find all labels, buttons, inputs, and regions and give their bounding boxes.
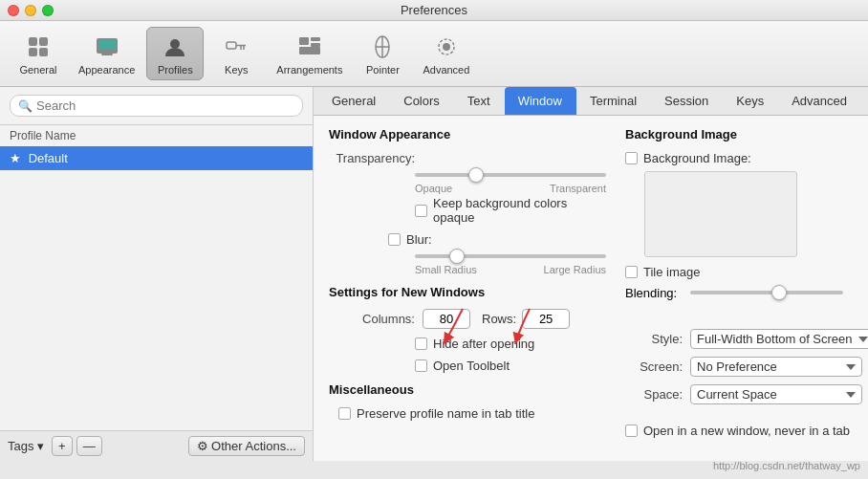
advanced-label: Advanced [423,64,469,76]
blur-checkbox[interactable] [388,233,401,246]
toolbar-item-general[interactable]: General [10,28,67,79]
main-layout: 🔍 Profile Name ★ Default Tags ▾ + — ⚙ Ot… [0,87,868,461]
preserve-profile-checkbox[interactable] [338,407,351,420]
screen-label: Screen: [625,359,683,374]
window-title: Preferences [401,3,467,17]
tab-keys[interactable]: Keys [723,87,778,115]
other-actions-button[interactable]: ⚙ Other Actions... [188,436,306,456]
advanced-icon [431,32,462,62]
svg-rect-15 [299,47,320,54]
screen-row: Screen: No Preference [625,357,868,377]
bg-image-checkbox[interactable] [625,152,638,164]
toolbar-item-pointer[interactable]: Pointer [354,28,411,79]
toolbar-item-profiles[interactable]: Profiles [146,27,204,80]
traffic-lights [8,5,54,16]
transparency-slider-track [415,173,606,177]
svg-rect-13 [311,37,320,41]
minimize-button[interactable] [25,5,36,16]
toolbar-item-keys[interactable]: Keys [207,28,265,79]
maximize-button[interactable] [42,5,54,16]
miscellaneous-title: Miscellaneous [329,382,606,397]
tab-general[interactable]: General [318,87,390,115]
tab-text[interactable]: Text [454,87,505,115]
tab-advanced[interactable]: Advanced [778,87,861,115]
tab-terminal[interactable]: Terminal [576,87,651,115]
space-row: Space: Current Space [625,384,868,404]
tab-colors[interactable]: Colors [390,87,454,115]
hide-after-opening-checkbox[interactable] [415,337,427,350]
profiles-label: Profiles [158,64,193,76]
settings-new-windows-title: Settings for New Windows [329,285,606,299]
svg-rect-6 [101,54,113,55]
appearance-label: Appearance [78,64,135,76]
tile-image-row: Tile image [625,265,868,279]
svg-rect-12 [299,37,309,45]
keep-bg-opaque-checkbox[interactable] [415,205,427,217]
search-input[interactable] [36,98,294,113]
right-column: Background Image Background Image: Tile … [625,127,868,449]
svg-point-19 [443,43,450,51]
open-toolbelt-checkbox[interactable] [415,359,427,372]
transparency-label: Transparency: [329,151,415,165]
toolbar-item-advanced[interactable]: Advanced [415,28,477,79]
close-button[interactable] [8,5,19,16]
background-image-title: Background Image [625,127,868,142]
arrangements-label: Arrangements [276,64,342,76]
svg-rect-1 [39,37,48,46]
add-profile-button[interactable]: + [52,436,73,456]
general-label: General [19,64,56,76]
pointer-label: Pointer [366,64,400,76]
profile-item-default[interactable]: ★ Default [0,146,313,170]
tab-session[interactable]: Session [651,87,723,115]
blending-row: Blending: [625,285,868,300]
opaque-label: Opaque [415,183,452,194]
sidebar: 🔍 Profile Name ★ Default Tags ▾ + — ⚙ Ot… [0,87,314,461]
profile-list: ★ Default [0,146,313,430]
sidebar-bottom: Tags ▾ + — ⚙ Other Actions... [0,430,313,461]
remove-profile-button[interactable]: — [76,436,102,456]
profiles-icon [160,32,190,62]
toolbar-item-arrangements[interactable]: Arrangements [269,28,350,79]
search-input-wrapper[interactable]: 🔍 [10,95,303,117]
tags-label[interactable]: Tags ▾ [8,439,44,453]
open-new-window-checkbox[interactable] [625,425,638,437]
space-select[interactable]: Current Space [690,384,862,404]
tab-bar: General Colors Text Window Terminal Sess… [314,87,868,116]
profile-list-header: Profile Name [0,125,313,146]
svg-rect-3 [39,48,48,56]
blur-thumb[interactable] [449,249,465,264]
svg-rect-5 [98,40,116,50]
rows-label: Rows: [482,312,516,326]
tile-image-checkbox[interactable] [625,266,638,278]
blending-slider[interactable] [690,285,843,300]
tab-window[interactable]: Window [505,87,576,115]
open-new-window-row: Open in a new window, never in a tab [625,424,868,438]
search-bar: 🔍 [0,87,313,125]
screen-select[interactable]: No Preference [690,357,862,377]
watermark: http://blog.csdn.net/thatway_wp [713,460,860,471]
content-panel: Window Appearance Transparency: Opaque T… [314,116,868,461]
columns-rows-row: Columns: Rows: [329,309,606,329]
transparency-slider-container[interactable]: Opaque Transparent [415,173,606,194]
blending-thumb[interactable] [771,285,787,300]
blur-label: Blur: [406,232,432,247]
blur-slider-container[interactable]: Small Radius Large Radius [415,254,606,275]
content-area: General Colors Text Window Terminal Sess… [314,87,868,461]
star-icon: ★ [10,151,21,165]
style-select[interactable]: Full-Width Bottom of Screen [690,329,868,349]
window-appearance-title: Window Appearance [329,127,606,142]
keys-label: Keys [225,64,248,76]
open-toolbelt-label: Open Toolbelt [433,359,510,373]
other-actions: ⚙ Other Actions... [188,436,306,456]
rows-input[interactable] [522,309,570,329]
left-column: Window Appearance Transparency: Opaque T… [329,127,606,449]
transparency-thumb[interactable] [468,167,484,183]
toolbar-item-appearance[interactable]: Appearance [71,28,142,79]
bg-image-area[interactable] [644,171,797,257]
toolbar: General Appearance Profiles [0,21,868,87]
hide-after-opening-label: Hide after opening [433,337,534,351]
columns-label: Columns: [329,312,415,326]
svg-rect-0 [29,37,37,46]
keep-bg-opaque-row: Keep background colors opaque [415,196,606,225]
columns-input[interactable] [423,309,470,329]
